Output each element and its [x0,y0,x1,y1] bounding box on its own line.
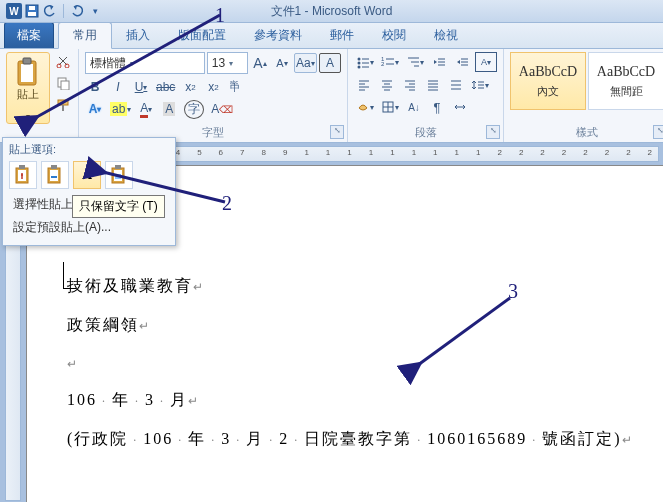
svg-rect-63 [50,170,58,181]
justify-button[interactable] [423,76,443,94]
italic-button[interactable]: I [108,78,128,96]
snap-to-grid-button[interactable] [450,98,470,116]
tab-mailings[interactable]: 郵件 [316,23,368,48]
sort-button[interactable]: A↓ [404,98,424,116]
format-painter-icon[interactable] [54,96,72,114]
line-spacing-button[interactable]: ▾ [469,76,491,94]
copy-icon[interactable] [54,74,72,92]
bullets-button[interactable]: ▾ [354,53,376,71]
highlight-button[interactable]: ab▾ [108,100,133,118]
increase-indent-button[interactable] [452,53,472,71]
align-left-button[interactable] [354,76,374,94]
paste-picture-button[interactable] [105,161,133,189]
svg-text:abc: abc [230,80,239,85]
doc-line[interactable]: 106 · 年 · 3 · 月↵ [67,390,663,411]
annotation-3: 3 [508,280,518,303]
paragraph-dialog-launcher[interactable]: ⤡ [486,125,500,139]
svg-point-16 [358,62,361,65]
distributed-button[interactable] [446,76,466,94]
tab-view[interactable]: 檢視 [420,23,472,48]
tab-review[interactable]: 校閱 [368,23,420,48]
cursor-indicator [63,262,76,289]
styles-dialog-launcher[interactable]: ⤡ [653,125,663,139]
doc-line[interactable]: 政策綱領↵ [67,315,663,336]
font-name-value: 標楷體 [90,55,126,72]
grow-font-button[interactable]: A▴ [250,54,270,72]
save-icon[interactable] [24,3,40,19]
tab-insert[interactable]: 插入 [112,23,164,48]
annotation-2: 2 [222,192,232,215]
svg-rect-1 [28,12,36,16]
tab-references[interactable]: 參考資料 [240,23,316,48]
text-effects-button[interactable]: A▾ [85,100,105,118]
paste-button[interactable]: 貼上 ▾ [6,52,50,124]
font-size-value: 13 [212,56,225,70]
char-shading-button[interactable]: A [159,100,179,118]
subscript-button[interactable]: x2 [180,78,200,96]
decrease-indent-button[interactable] [429,53,449,71]
phonetic-guide-button[interactable]: 中abc [226,78,246,96]
group-label-paragraph: 段落 [354,123,497,140]
style-preview: AaBbCcD [597,64,655,80]
tab-home[interactable]: 常用 [58,22,112,49]
superscript-button[interactable]: x2 [203,78,223,96]
style-normal[interactable]: AaBbCcD 內文 [510,52,586,110]
numbering-button[interactable]: 12▾ [379,53,401,71]
chevron-down-icon: ▾ [130,59,134,68]
align-right-button[interactable] [400,76,420,94]
shrink-font-button[interactable]: A▾ [272,54,292,72]
group-styles: AaBbCcD 內文 AaBbCcD 無間距 樣式 ⤡ [504,49,663,142]
multilevel-list-button[interactable]: ▾ [404,53,426,71]
borders-button[interactable]: ▾ [379,98,401,116]
doc-line[interactable]: 技術及職業教育↵ [67,276,663,297]
set-default-paste-menuitem[interactable]: 設定預設貼上(A)... [9,216,169,239]
font-size-dropdown[interactable]: 13 ▾ [207,52,248,74]
paste-merge-formatting-button[interactable] [41,161,69,189]
ribbon: 貼上 ▾ 標楷體 ▾ 13 [0,49,663,143]
chevron-down-icon: ▾ [229,59,233,68]
bold-button[interactable]: B [85,78,105,96]
change-case-button[interactable]: Aa▾ [294,53,317,73]
underline-button[interactable]: U▾ [131,78,151,96]
svg-rect-68 [115,174,121,179]
doc-line[interactable]: (行政院 · 106 · 年 · 3 · 月 · 2 · 日院臺教字第 · 10… [67,429,663,450]
enclose-char-button[interactable]: 字 [182,100,206,118]
paste-label: 貼上 [17,87,39,102]
separator [63,4,64,18]
word-icon[interactable]: W [6,3,22,19]
cut-icon[interactable] [54,52,72,70]
svg-rect-9 [61,81,69,90]
tab-file[interactable]: 檔案 [4,22,54,48]
redo-icon[interactable] [69,3,85,19]
svg-rect-5 [23,58,31,64]
group-font: 標楷體 ▾ 13 ▾ A▴ A▾ Aa▾ A B I U▾ abc x2 x2 … [79,49,348,142]
svg-point-14 [358,58,361,61]
doc-line[interactable]: ↵ [67,354,663,372]
svg-point-18 [358,66,361,69]
tab-layout[interactable]: 版面配置 [164,23,240,48]
font-color-button[interactable]: A▾ [136,100,156,118]
font-name-dropdown[interactable]: 標楷體 ▾ [85,52,205,74]
clear-formatting-button[interactable]: A⌫ [209,100,235,118]
title-bar: W ▾ 文件1 - Microsoft Word [0,0,663,23]
shading-button[interactable]: ▾ [354,98,376,116]
asian-layout-button[interactable]: A▾ [475,52,497,72]
svg-rect-2 [29,6,35,10]
undo-icon[interactable] [42,3,58,19]
ribbon-tabs: 檔案 常用 插入 版面配置 參考資料 郵件 校閱 檢視 [0,23,663,49]
align-center-button[interactable] [377,76,397,94]
qat-customize-icon[interactable]: ▾ [87,3,103,19]
show-marks-button[interactable]: ¶ [427,98,447,116]
paste-keep-source-button[interactable] [9,161,37,189]
style-preview: AaBbCcD [519,64,577,80]
tooltip-keep-text-only: 只保留文字 (T) [72,195,165,218]
group-paragraph: ▾ 12▾ ▾ A▾ ▾ ▾ ▾ A↓ ¶ 段落 ⤡ [348,49,504,142]
svg-rect-11 [62,105,64,111]
paste-keep-text-only-button[interactable]: A [73,161,101,189]
char-border-button[interactable]: A [319,53,341,73]
svg-rect-10 [58,100,68,105]
paste-options-menu: 貼上選項: A 選擇性貼上(S)... 設定預設貼上(A)... [2,137,176,246]
style-no-spacing[interactable]: AaBbCcD 無間距 [588,52,663,110]
strike-button[interactable]: abc [154,78,177,96]
font-dialog-launcher[interactable]: ⤡ [330,125,344,139]
